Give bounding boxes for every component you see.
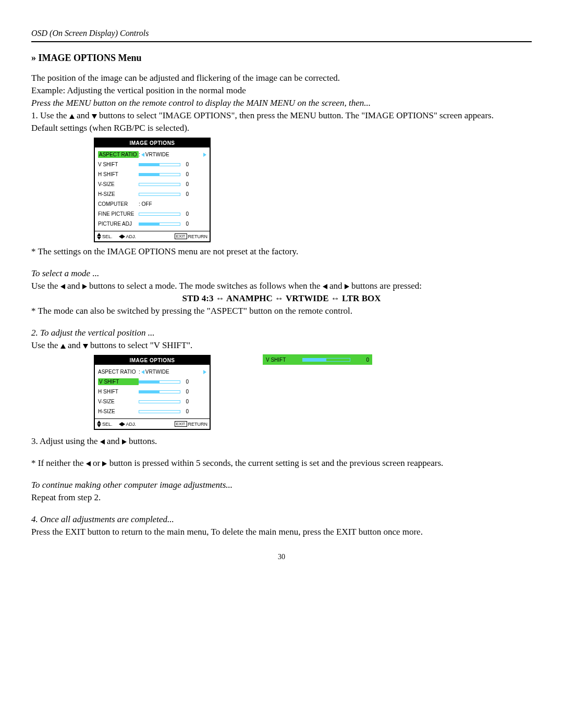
- osd-title: IMAGE OPTIONS: [95, 139, 210, 147]
- slider: [139, 380, 180, 384]
- body-text: * If neither the or button is pressed wi…: [31, 458, 532, 468]
- osd-row: FINE PICTURE0: [98, 209, 206, 219]
- left-icon: [323, 284, 327, 289]
- right-icon: [122, 439, 127, 445]
- slider: [139, 410, 180, 413]
- osd-row: H SHIFT0: [98, 387, 206, 397]
- body-text: * The settings on the IMAGE OPTIONS menu…: [31, 246, 532, 257]
- body-text: Use the and buttons to select "V SHIFT".: [31, 340, 532, 351]
- body-text: * The mode can also be switched by press…: [31, 306, 532, 316]
- osd-row: V SHIFT0: [98, 159, 206, 169]
- osd-footer: SEL. ADJ. EXITRETURN: [95, 418, 210, 429]
- body-text: Press the EXIT button to return to the m…: [31, 527, 532, 537]
- slider: [139, 193, 180, 196]
- adjust-label: V SHIFT: [266, 357, 302, 363]
- slider: [139, 183, 180, 186]
- left-icon: [141, 370, 144, 374]
- subheading: To select a mode ...: [31, 268, 532, 279]
- osd-row: V-SIZE0: [98, 179, 206, 189]
- body-text: Example: Adjusting the vertical position…: [31, 85, 532, 96]
- body-text: 3. Adjust using the and buttons.: [31, 436, 532, 447]
- slider: [139, 223, 180, 226]
- down-icon: [92, 114, 97, 119]
- slider: [139, 213, 180, 216]
- left-icon: [60, 284, 65, 289]
- adjust-value: 0: [353, 357, 369, 363]
- body-text: Default settings (when RGB/PC is selecte…: [31, 123, 532, 133]
- left-icon: [86, 461, 91, 466]
- osd-row: PICTURE ADJ0: [98, 219, 206, 229]
- osd-row: H SHIFT0: [98, 169, 206, 179]
- osd-panel: IMAGE OPTIONS ASPECT RATIO :VRTWIDE V SH…: [94, 355, 211, 430]
- exit-icon: EXIT: [175, 233, 187, 239]
- right-icon: [82, 284, 87, 289]
- slider: [139, 400, 180, 403]
- body-text: The position of the image can be adjuste…: [31, 73, 532, 83]
- right-icon: [203, 370, 206, 374]
- up-icon: [60, 344, 66, 349]
- page-number: 30: [31, 553, 532, 561]
- exit-icon: EXIT: [175, 421, 187, 427]
- body-text: Repeat from step 2.: [31, 492, 532, 503]
- osd-row: ASPECT RATIO :VRTWIDE: [98, 367, 206, 377]
- down-icon: [83, 344, 88, 349]
- subheading: 2. To adjust the vertical position ...: [31, 328, 532, 338]
- osd-label-aspect-ratio: ASPECT RATIO: [98, 151, 139, 158]
- subheading: 4. Once all adjustments are completed...: [31, 514, 532, 525]
- osd-footer: SEL. ADJ. EXITRETURN: [95, 231, 210, 241]
- osd-row: H-SIZE0: [98, 406, 206, 416]
- section-title: » IMAGE OPTIONS Menu: [31, 53, 532, 64]
- osd-row: COMPUTER: OFF: [98, 199, 206, 209]
- osd-row: ASPECT RATIO :VRTWIDE: [98, 150, 206, 159]
- header-rule: [31, 41, 532, 42]
- right-icon: [203, 153, 206, 157]
- osd-row: H-SIZE0: [98, 189, 206, 199]
- running-header: OSD (On Screen Display) Controls: [31, 29, 532, 38]
- right-icon: [345, 284, 349, 289]
- up-icon: [69, 114, 75, 119]
- body-text: Use the and buttons to select a mode. Th…: [31, 281, 532, 291]
- body-text: Press the MENU button on the remote cont…: [31, 98, 532, 108]
- mode-sequence: STD 4:3 ↔ ANAMPHC ↔ VRTWIDE ↔ LTR BOX: [31, 293, 532, 304]
- body-text: 1. Use the and buttons to select "IMAGE …: [31, 110, 532, 121]
- osd-title: IMAGE OPTIONS: [95, 356, 210, 365]
- left-icon: [100, 439, 105, 445]
- osd-panel: IMAGE OPTIONS ASPECT RATIO :VRTWIDE V SH…: [94, 138, 211, 242]
- osd-row: V-SIZE0: [98, 397, 206, 406]
- slider: [139, 173, 180, 176]
- subheading: To continue making other computer image …: [31, 480, 532, 490]
- adjust-box: V SHIFT 0: [263, 354, 372, 365]
- left-icon: [141, 153, 144, 157]
- slider: [302, 358, 350, 362]
- slider: [139, 390, 180, 393]
- slider: [139, 163, 180, 166]
- osd-row: V SHIFT0: [98, 377, 206, 387]
- osd-label-v-shift: V SHIFT: [98, 378, 139, 385]
